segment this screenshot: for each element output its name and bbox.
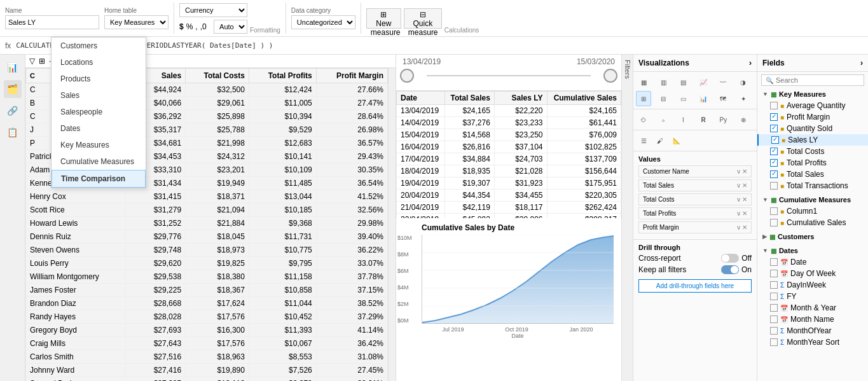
value-item-close[interactable]: ✕ [742,182,747,189]
field-checkbox[interactable] [770,125,778,132]
percent-btn[interactable]: % [186,22,193,31]
field-checkbox[interactable] [770,270,778,277]
viz-scatter-icon[interactable]: ✦ [736,91,751,106]
viz-matrix-icon[interactable]: ⊟ [656,91,671,106]
sales-ly-col-header[interactable]: Sales LY [494,92,547,105]
date-col-header[interactable]: Date [397,92,445,105]
value-item-close[interactable]: ✕ [742,210,747,217]
field-checkbox[interactable] [770,148,778,155]
comma-btn[interactable]: , [195,22,197,31]
value-item-close[interactable]: ✕ [742,168,747,175]
dax-icon[interactable]: 📋 [4,123,22,141]
dropdown-item-salespeople[interactable]: Salespeople [52,104,146,120]
value-item-chevron[interactable]: ∨ [736,224,741,231]
field-item[interactable]: 📅 Month & Year [757,302,868,314]
dropdown-item-dates[interactable]: Dates [52,120,146,137]
data-category-select[interactable]: Uncategorized [291,15,355,29]
field-item[interactable]: ■ Column1 [757,205,868,217]
dropdown-item-customers[interactable]: Customers [52,38,146,54]
viz-bar-icon[interactable]: ▦ [636,74,651,90]
model-icon[interactable]: 🔗 [4,102,22,120]
report-icon[interactable]: 📊 [4,59,22,76]
viz-r-icon[interactable]: R [696,112,711,127]
fields-group-header-keymeasures[interactable]: ▼ ▦ Key Measures [757,88,868,100]
dropdown-item-sales[interactable]: Sales [52,87,146,104]
new-measure-btn[interactable]: ⊞ New measure [366,8,401,29]
cross-report-toggle[interactable]: Off [721,254,752,263]
field-item[interactable]: ■ Sales LY [757,134,868,146]
dropdown-item-locations[interactable]: Locations [52,54,146,71]
main-table-scrollbar[interactable] [388,68,396,381]
field-checkbox[interactable] [770,207,778,215]
field-item[interactable]: ■ Cumulative Sales [757,217,868,228]
field-checkbox[interactable] [770,159,778,167]
field-checkbox[interactable] [770,170,778,178]
field-item[interactable]: 📅 Month Name [757,314,868,325]
field-item[interactable]: ■ Total Sales [757,169,868,180]
viz-gauge-icon[interactable]: ⏲ [636,112,651,127]
viz-map-icon[interactable]: 🗺 [715,91,731,106]
field-item[interactable]: Σ FY [757,291,868,302]
col-header-costs[interactable]: Total Costs [186,69,249,83]
home-table-select[interactable]: Key Measures [104,15,169,29]
field-item[interactable]: 📅 Day Of Week [757,268,868,279]
field-checkbox[interactable] [770,315,778,323]
col-header-margin[interactable]: Profit Margin [316,69,387,83]
viz-custom-icon[interactable]: ⊕ [736,112,751,127]
viz-line-icon[interactable]: 📈 [696,74,711,90]
field-checkbox[interactable] [770,338,778,346]
viz-stacked-bar-icon[interactable]: ▥ [656,74,671,90]
field-item[interactable]: Σ DayInWeek [757,279,868,291]
viz-waterfall-icon[interactable]: ⬦ [656,112,671,127]
name-input[interactable] [5,15,99,29]
viz-kpi-icon[interactable]: 📊 [696,91,711,106]
fields-group-header-dates[interactable]: ▼ ▦ Dates [757,245,868,256]
value-item-chevron[interactable]: ∨ [736,182,741,189]
viz-fields-icon[interactable]: ☰ [636,133,651,148]
field-checkbox[interactable] [770,102,778,109]
date-table-container[interactable]: Date Total Sales Sales LY Cumulative Sal… [396,91,621,218]
field-checkbox[interactable] [770,327,778,335]
field-checkbox[interactable] [770,182,778,190]
value-item[interactable]: Total Profits ∨ ✕ [638,207,752,219]
keep-filters-track[interactable] [721,265,739,274]
dropdown-item-timecomparison[interactable]: Time Comparison [52,170,146,188]
value-item-close[interactable]: ✕ [742,224,747,231]
value-item[interactable]: Customer Name ∨ ✕ [638,165,752,177]
field-item[interactable]: ■ Profit Margin [757,111,868,123]
field-checkbox[interactable] [770,293,778,300]
value-item[interactable]: Total Costs ∨ ✕ [638,193,752,205]
value-item-chevron[interactable]: ∨ [736,210,741,217]
keep-filters-toggle[interactable]: On [721,265,752,274]
field-item[interactable]: ■ Total Profits [757,157,868,169]
viz-analytics-icon[interactable]: 📐 [669,133,684,148]
columns-icon[interactable]: ⊞ [39,57,45,66]
field-item[interactable]: Σ MonthYear Sort [757,336,868,348]
field-checkbox[interactable] [770,219,778,226]
viz-expand-icon[interactable]: › [749,59,752,67]
viz-pie-icon[interactable]: ◑ [736,74,751,90]
quick-measure-btn[interactable]: ⊟ Quick measure [404,8,442,29]
dropdown-item-cumulative[interactable]: Cumulative Measures [52,153,146,170]
slider-left[interactable] [400,69,414,83]
fields-group-header-cumulative[interactable]: ▼ ▦ Cumulative Measures [757,194,868,205]
viz-card-icon[interactable]: ▭ [676,91,691,106]
total-sales-col-header[interactable]: Total Sales [444,92,494,105]
field-item[interactable]: ■ Average Quantity [757,100,868,111]
value-item[interactable]: Total Sales ∨ ✕ [638,179,752,191]
cross-report-track[interactable] [721,254,739,263]
fields-search-input[interactable] [776,76,864,84]
col-header-profits[interactable]: Total Profits [249,69,316,83]
dollar-btn[interactable]: $ [179,22,184,31]
filters-bar[interactable]: Filters [621,55,633,381]
field-item[interactable]: ■ Total Transactions [757,180,868,191]
dropdown-item-keymeasures[interactable]: Key Measures [52,137,146,153]
cumulative-col-header[interactable]: Cumulative Sales [547,92,621,105]
decimal-btn[interactable]: ,0 [200,22,207,31]
data-icon[interactable]: 🗂️ [4,80,22,98]
format-auto-select[interactable]: Auto [214,20,247,34]
data-type-select[interactable]: Currency [179,3,247,17]
filter-icon[interactable]: ▽ [29,57,35,66]
value-item-chevron[interactable]: ∨ [736,196,741,203]
field-item[interactable]: ■ Quantity Sold [757,123,868,134]
